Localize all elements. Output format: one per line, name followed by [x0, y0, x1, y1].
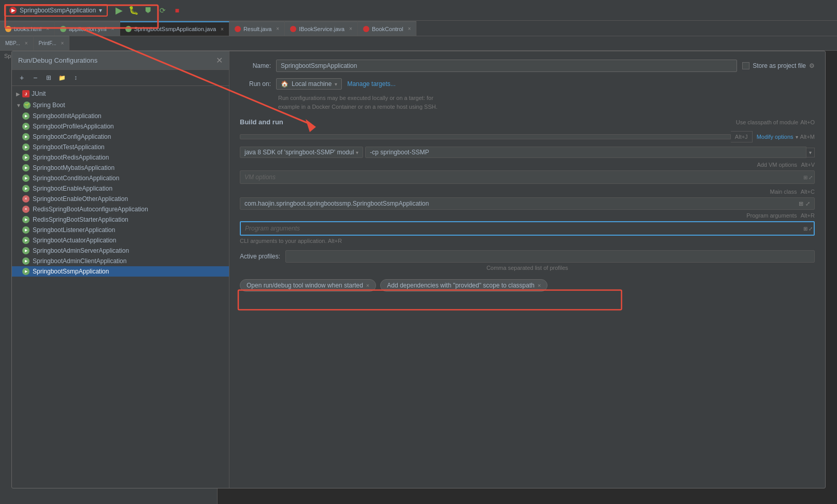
vm-options-input[interactable] — [240, 170, 815, 184]
tree-item-label-10: RedisSpringBootStarterApplication — [33, 216, 128, 223]
tab-icon-result — [235, 26, 241, 32]
manage-targets-link[interactable]: Manage targets... — [347, 80, 395, 88]
tree-item-springboot-actuator[interactable]: ▶ SpringbootActuatorApplication — [12, 235, 229, 246]
dropdown-arrow-icon: ▾ — [335, 81, 337, 87]
tree-item-springboot-admin-server[interactable]: ▶ SpringbootAdminServerApplication — [12, 246, 229, 256]
tree-item-label-13: SpringbootAdminServerApplication — [33, 247, 129, 254]
tab-bookcontrol[interactable]: BookControl × — [358, 21, 416, 36]
tree-item-springboot-condition[interactable]: ▶ SpringbootConditionApplication — [12, 173, 229, 183]
tree-item-springboot-redis[interactable]: ▶ SpringbootRedisApplication — [12, 152, 229, 163]
run-on-row: Run on: 🏠 Local machine ▾ Manage targets… — [240, 78, 815, 90]
spring-boot-icon: 🌱 — [23, 102, 31, 109]
tab-close-s2[interactable]: × — [61, 40, 64, 46]
tab-label-result: Result.java — [243, 26, 271, 32]
tab-secondary-1[interactable]: MBP... × — [0, 36, 34, 50]
tree-item-springboot-admin-client[interactable]: ▶ SpringbootAdminClientApplication — [12, 256, 229, 266]
name-input[interactable] — [276, 60, 737, 72]
dropdown-arrow-icon: ▾ — [99, 7, 102, 14]
tree-group-junit[interactable]: ▶ J JUnit — [12, 88, 229, 99]
use-classpath-shortcut: Alt+O — [800, 119, 815, 125]
classpath-dropdown[interactable]: -cp springboot-SSMP — [365, 147, 806, 158]
sort-button[interactable]: ↕ — [70, 72, 81, 83]
copy-config-button[interactable]: ⊞ — [43, 72, 54, 83]
tree-item-springboot-test[interactable]: ▶ SpringbootTestApplication — [12, 142, 229, 152]
folder-button[interactable]: 📁 — [56, 72, 68, 83]
tree-item-redis-starter[interactable]: ▶ RedisSpringBootStarterApplication — [12, 214, 229, 225]
tab-secondary-2[interactable]: PrintF... × — [34, 36, 70, 50]
tree-item-springboot-ssmp[interactable]: ▶ SpringbootSsmpApplication — [12, 266, 229, 277]
prog-args-label-row: Program arguments Alt+R — [240, 212, 815, 219]
tag-close-1[interactable]: × — [366, 282, 369, 289]
run-button[interactable]: ▶ — [113, 4, 125, 17]
tab-close-result[interactable]: × — [276, 26, 279, 32]
build-run-title: Build and run — [240, 118, 283, 126]
add-config-button[interactable]: + — [16, 72, 27, 83]
tree-group-spring-boot[interactable]: ▼ 🌱 Spring Boot — [12, 99, 229, 111]
tab-label-books: books.html — [14, 26, 41, 32]
tree-item-springboot-profiles[interactable]: ▶ SpringbootProfilesApplication — [12, 121, 229, 132]
main-class-shortcut: Alt+C — [801, 189, 815, 195]
leaf-icon-10: ▶ — [22, 216, 30, 223]
run-on-dropdown[interactable]: 🏠 Local machine ▾ — [276, 78, 342, 90]
tree-item-label-6: SpringbootConditionApplication — [33, 175, 119, 182]
program-arguments-input[interactable] — [240, 221, 815, 236]
sdk-dropdown[interactable]: java 8 SDK of 'springboot-SSMP' modul ▾ — [240, 147, 363, 158]
tab-label-bookcontrol: BookControl — [372, 26, 403, 32]
debug-button[interactable]: 🐛 — [127, 4, 140, 17]
expand-icon[interactable]: ▾ — [806, 148, 815, 157]
remove-config-button[interactable]: − — [30, 72, 41, 83]
home-icon: 🏠 — [281, 80, 288, 88]
dialog-title: Run/Debug Configurations — [18, 56, 97, 64]
active-profiles-row: Active profiles: — [240, 250, 815, 263]
tab-close-books[interactable]: × — [46, 26, 49, 32]
tree-item-springboot-config[interactable]: ▶ SpringbootConfigApplication — [12, 132, 229, 142]
tree-item-label-11: SpringbootListenerApplication — [33, 226, 115, 234]
tab-result[interactable]: Result.java × — [229, 21, 285, 36]
tab-application-yml[interactable]: application.yml × — [55, 21, 120, 36]
tree-item-label-15: SpringbootSsmpApplication — [33, 268, 109, 275]
junit-arrow-icon: ▶ — [16, 91, 20, 97]
tree-item-redis-autoconfig[interactable]: ✕ RedisSpringBootAutoconfigureApplicatio… — [12, 204, 229, 214]
app-icon: ▶ — [9, 7, 17, 14]
tree-item-springboot-init[interactable]: ▶ SpringbootInitApplication — [12, 111, 229, 121]
tag-close-2[interactable]: × — [538, 282, 541, 289]
run-config-dropdown[interactable]: ▶ SpringbootSsmpApplication ▾ — [4, 4, 108, 17]
prog-args-shortcut: Alt+R — [801, 212, 815, 219]
junit-icon: J — [22, 90, 30, 97]
stop-button[interactable]: ■ — [171, 4, 183, 17]
tree-item-springboot-enable-other[interactable]: ✕ SpringbootEnableOtherApplication — [12, 194, 229, 204]
leaf-icon-9: ✕ — [22, 206, 30, 213]
expand-prog-icon: ⊞ — [803, 226, 807, 232]
tree-item-label-1: SpringbootProfilesApplication — [33, 123, 114, 130]
dialog-left-panel: Run/Debug Configurations ✕ + − ⊞ 📁 ↕ ▶ J… — [12, 51, 229, 488]
tree-item-springboot-mybatis[interactable]: ▶ SpringbootMybatisApplication — [12, 163, 229, 173]
spring-boot-arrow-icon: ▼ — [16, 103, 21, 108]
active-profiles-input[interactable] — [285, 250, 815, 263]
tab-close-s1[interactable]: × — [25, 40, 28, 46]
store-checkbox[interactable] — [742, 62, 749, 69]
fullscreen-vm-icon: ⤢ — [809, 175, 813, 180]
tag-label-1: Open run/debug tool window when started — [247, 282, 363, 289]
profile-button[interactable]: ⟳ — [156, 4, 169, 17]
tab-close-ibookservice[interactable]: × — [349, 26, 352, 32]
coverage-button[interactable]: ⛊ — [142, 4, 154, 17]
expand-vm-icon: ⊞ — [803, 175, 807, 180]
dialog-close-button[interactable]: ✕ — [216, 55, 223, 65]
tab-ibookservice[interactable]: IBookService.java × — [285, 21, 358, 36]
leaf-icon-15: ▶ — [22, 268, 30, 275]
leaf-icon-13: ▶ — [22, 247, 30, 254]
leaf-icon-3: ▶ — [22, 143, 30, 151]
tab-springboot-main[interactable]: SpringbootSsmpApplication.java × — [120, 21, 229, 36]
tree-item-label-12: SpringbootActuatorApplication — [33, 237, 116, 244]
local-machine-label: Local machine — [292, 80, 331, 88]
tree-item-label-5: SpringbootMybatisApplication — [33, 164, 114, 171]
tree-item-springboot-enable[interactable]: ▶ SpringbootEnableApplication — [12, 183, 229, 194]
tab-close-main[interactable]: × — [221, 26, 224, 32]
tab-books-html[interactable]: books.html × — [0, 21, 55, 36]
leaf-icon-11: ▶ — [22, 226, 30, 234]
tab-close-bookcontrol[interactable]: × — [408, 26, 411, 32]
tab-close-yml[interactable]: × — [111, 26, 114, 32]
tree-item-springboot-listener[interactable]: ▶ SpringbootListenerApplication — [12, 225, 229, 235]
modify-options-link[interactable]: Modify options — [757, 134, 793, 140]
leaf-icon-8: ✕ — [22, 195, 30, 203]
